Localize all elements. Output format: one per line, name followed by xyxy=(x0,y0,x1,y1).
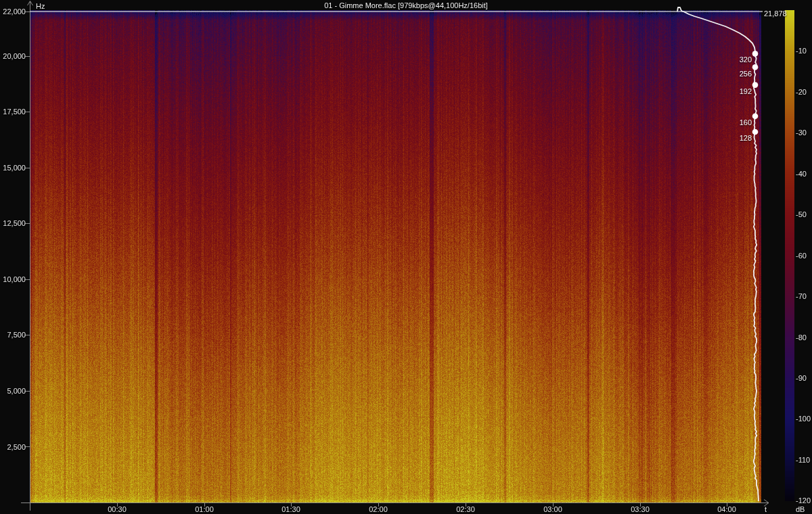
bitrate-marker-256: 256 xyxy=(740,69,752,78)
freq-tick-7500: 7,500 xyxy=(7,330,26,340)
db-tick-60: -60 xyxy=(796,251,807,260)
db-tick-100: -100 xyxy=(796,414,811,423)
db-tick-90: -90 xyxy=(796,373,807,383)
freq-tick-10000: 10,000 xyxy=(3,275,26,284)
spectrogram-canvas xyxy=(0,0,812,514)
db-tick-10: -10 xyxy=(796,46,807,55)
db-tick-110: -110 xyxy=(796,455,810,465)
time-tick-0400: 04:00 xyxy=(705,505,748,514)
db-unit-label: dB xyxy=(796,505,805,514)
db-tick-30: -30 xyxy=(796,128,807,137)
track-title: 01 - Gimme More.flac [979kbps@44,100Hz/1… xyxy=(0,1,812,10)
db-tick-20: -20 xyxy=(796,87,807,97)
time-tick-0230: 02:30 xyxy=(444,505,487,514)
freq-tick-5000: 5,000 xyxy=(7,386,26,396)
freq-tick-15000: 15,000 xyxy=(3,163,26,172)
freq-tick-20000: 20,000 xyxy=(3,51,26,61)
cutoff-frequency-label: 21,878 xyxy=(764,9,787,18)
db-tick-50: -50 xyxy=(796,210,807,219)
time-tick-0030: 00:30 xyxy=(95,505,139,514)
bitrate-marker-192: 192 xyxy=(740,87,752,96)
time-tick-0300: 03:00 xyxy=(531,505,574,514)
freq-tick-17500: 17,500 xyxy=(3,107,26,116)
time-tick-0200: 02:00 xyxy=(357,505,400,514)
time-tick-0130: 01:30 xyxy=(269,505,313,514)
freq-axis-unit-label: Hz xyxy=(36,1,45,11)
bitrate-marker-160: 160 xyxy=(740,118,752,127)
freq-tick-22000: 22,000 xyxy=(3,7,26,16)
freq-tick-12500: 12,500 xyxy=(3,218,26,228)
db-tick-80: -80 xyxy=(796,333,807,342)
spectrogram-view: 01 - Gimme More.flac [979kbps@44,100Hz/1… xyxy=(0,0,812,514)
time-axis-unit-label: t xyxy=(765,505,767,514)
bitrate-marker-320: 320 xyxy=(740,55,752,64)
freq-tick-2500: 2,500 xyxy=(7,442,26,452)
time-tick-0330: 03:30 xyxy=(618,505,662,514)
bitrate-marker-128: 128 xyxy=(740,133,752,143)
db-tick-120: -120 xyxy=(796,496,811,505)
db-tick-40: -40 xyxy=(796,169,807,179)
db-tick-70: -70 xyxy=(796,291,807,301)
time-tick-0100: 01:00 xyxy=(183,505,226,514)
